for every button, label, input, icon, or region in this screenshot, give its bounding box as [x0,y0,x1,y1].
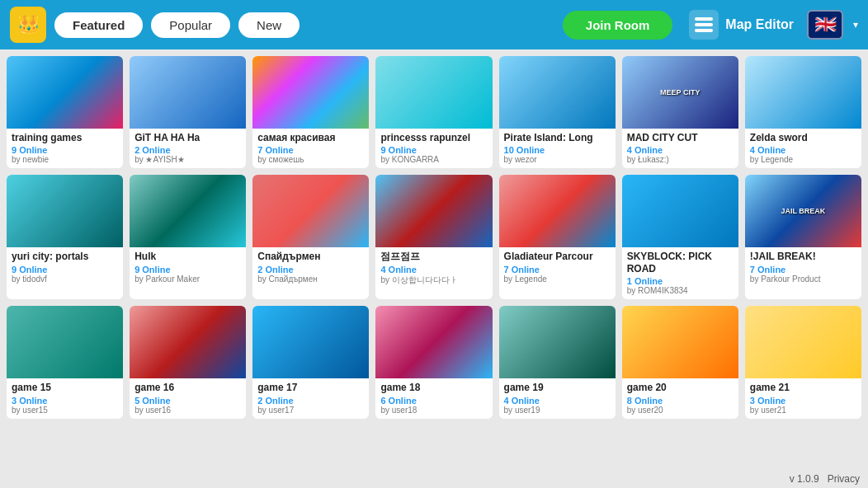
map-editor-area: Map Editor [689,10,794,40]
game-title: MAD CITY CUT [627,132,734,143]
game-card[interactable]: Hulk 9 Online by Parkour Maker [130,175,246,299]
game-card[interactable]: самая красивая 7 Online by сможешь [252,56,369,168]
game-online-count: 4 Online [627,145,734,155]
game-card[interactable]: yuri city: portals 9 Online by tidodvf [7,175,123,299]
game-thumbnail [130,306,246,378]
game-online-count: 5 Online [134,396,241,406]
game-card[interactable]: game 16 5 Online by user16 [130,306,246,418]
game-thumbnail [375,56,492,129]
game-title: training games [12,132,118,143]
game-thumbnail [622,306,738,378]
game-info: princesss rapunzel 9 Online by KONGARRA [375,129,492,168]
game-card[interactable]: Спайдърмен 2 Online by Спайдърмен [252,175,369,299]
game-author: by user19 [504,406,611,415]
game-author: by newbie [12,155,118,164]
game-card[interactable]: JAIL BREAK !JAIL BREAK! 7 Online by Park… [745,175,861,299]
crown-icon[interactable]: 👑 [10,7,46,43]
game-author: by user17 [257,406,364,415]
game-thumbnail [499,175,616,247]
game-thumbnail [7,306,123,378]
game-title: yuri city: portals [12,251,118,262]
nav-featured[interactable]: Featured [54,12,143,38]
game-title: Спайдърмен [257,251,364,262]
game-author: by user21 [750,406,856,415]
game-title: Hulk [134,251,241,262]
game-info: самая красивая 7 Online by сможешь [252,129,369,168]
game-author: by ★AYISH★ [134,155,241,164]
game-online-count: 4 Online [750,145,856,155]
header: 👑 Featured Popular New Join Room Map Edi… [0,0,868,49]
game-author: by Спайдърмен [257,274,364,284]
game-card[interactable]: Zelda sword 4 Online by Legende [745,56,861,168]
game-thumbnail [499,306,616,378]
game-card[interactable]: game 18 6 Online by user18 [375,306,492,418]
game-card[interactable]: training games 9 Online by newbie [7,56,123,168]
game-author: by сможешь [257,155,364,164]
game-online-count: 2 Online [257,396,364,406]
game-thumbnail [252,56,369,129]
game-title: game 19 [504,382,611,393]
game-card[interactable]: game 19 4 Online by user19 [499,306,616,418]
nav-new[interactable]: New [238,12,300,38]
game-author: by user15 [12,406,118,415]
game-author: by Łukasz:) [627,155,734,164]
language-flag[interactable] [807,10,843,40]
game-thumbnail [252,175,369,247]
version-label: v 1.0.9 [790,473,819,485]
game-title: game 15 [12,382,118,393]
game-info: Gladiateur Parcour 7 Online by Legende [499,247,616,287]
game-thumbnail [622,175,738,247]
game-online-count: 2 Online [257,265,364,274]
game-card[interactable]: princesss rapunzel 9 Online by KONGARRA [375,56,492,168]
game-info: game 16 5 Online by user16 [130,378,246,418]
game-thumbnail [499,56,616,129]
game-online-count: 8 Online [627,396,734,406]
game-info: game 15 3 Online by user15 [7,378,123,418]
game-title: game 16 [134,382,241,393]
game-author: by tidodvf [12,274,118,284]
game-online-count: 3 Online [750,396,856,406]
game-card[interactable]: game 20 8 Online by user20 [622,306,738,418]
game-card[interactable]: GiT HA HA Ha 2 Online by ★AYISH★ [130,56,246,168]
game-info: Zelda sword 4 Online by Legende [745,129,861,168]
game-title: game 21 [750,382,856,393]
game-online-count: 6 Online [380,396,487,406]
game-title: самая красивая [257,132,364,143]
game-online-count: 7 Online [257,145,364,155]
game-info: MAD CITY CUT 4 Online by Łukasz:) [622,129,738,168]
game-card[interactable]: 점프점프 4 Online by 이상합니다다다ㅏ [375,175,492,299]
game-author: by wezor [504,155,611,164]
content-area: training games 9 Online by newbie GiT HA… [0,49,868,488]
game-card[interactable]: MEEP CITY MAD CITY CUT 4 Online by Łukas… [622,56,738,168]
game-info: game 19 4 Online by user19 [499,378,616,418]
game-info: training games 9 Online by newbie [7,129,123,168]
game-card[interactable]: game 21 3 Online by user21 [745,306,861,418]
game-info: SKYBLOCK: PICK ROAD 1 Online by ROM4IK38… [622,247,738,299]
game-author: by 이상합니다다다ㅏ [380,274,487,286]
game-online-count: 9 Online [12,265,118,274]
privacy-link[interactable]: Privacy [828,473,860,485]
game-card[interactable]: game 17 2 Online by user17 [252,306,369,418]
footer: v 1.0.9 Privacy [781,470,868,488]
game-online-count: 3 Online [12,396,118,406]
game-thumbnail [745,56,861,129]
game-title: !JAIL BREAK! [750,251,856,262]
game-card[interactable]: SKYBLOCK: PICK ROAD 1 Online by ROM4IK38… [622,175,738,299]
language-dropdown-arrow[interactable]: ▾ [853,19,858,30]
game-info: game 20 8 Online by user20 [622,378,738,418]
game-card[interactable]: Gladiateur Parcour 7 Online by Legende [499,175,616,299]
join-room-button[interactable]: Join Room [563,11,673,40]
game-info: !JAIL BREAK! 7 Online by Parkour Product [745,247,861,287]
game-info: Hulk 9 Online by Parkour Maker [130,247,246,287]
game-author: by Parkour Maker [134,274,241,284]
game-online-count: 1 Online [627,276,734,286]
game-card[interactable]: game 15 3 Online by user15 [7,306,123,418]
game-thumbnail [130,175,246,247]
layers-icon[interactable] [689,10,719,40]
map-editor-label: Map Editor [725,17,794,32]
game-card[interactable]: Pirate Island: Long 10 Online by wezor [499,56,616,168]
game-thumbnail [375,306,492,378]
game-online-count: 9 Online [134,265,241,274]
game-online-count: 2 Online [134,145,241,155]
nav-popular[interactable]: Popular [151,12,230,38]
